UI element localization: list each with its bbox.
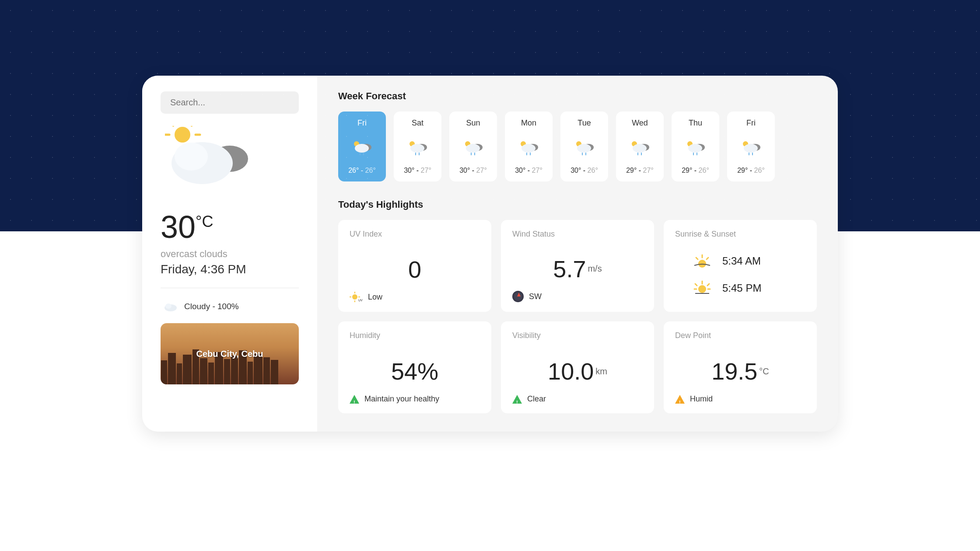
- forecast-day-card[interactable]: Mon 30° - 27°: [505, 112, 553, 181]
- sunset-time: 5:45 PM: [722, 282, 761, 294]
- visibility-status: Clear: [527, 394, 546, 404]
- day-temps: 30° - 26°: [570, 167, 598, 174]
- svg-line-63: [695, 284, 697, 286]
- card-title: Sunrise & Sunset: [675, 230, 805, 239]
- weather-description: overcast clouds: [161, 248, 299, 260]
- day-name: Tue: [578, 119, 591, 128]
- cloud-coverage-row: Cloudy - 100%: [161, 301, 299, 312]
- svg-point-43: [688, 144, 702, 153]
- weather-mini-icon: [406, 139, 430, 156]
- svg-point-8: [175, 143, 208, 171]
- svg-point-0: [175, 127, 190, 143]
- svg-point-38: [633, 144, 647, 153]
- day-name: Fri: [357, 119, 367, 128]
- dew-status: Humid: [690, 394, 713, 404]
- highlights-title: Today's Highlights: [338, 199, 817, 210]
- temp-unit: °C: [196, 213, 213, 230]
- visibility-card: Visibility 10.0km ! Clear: [501, 321, 654, 413]
- day-name: Sun: [466, 119, 480, 128]
- day-name: Fri: [746, 119, 756, 128]
- svg-point-28: [522, 144, 536, 153]
- uv-status: Low: [368, 293, 382, 302]
- card-title: Wind Status: [512, 230, 643, 239]
- sunset-icon: [693, 280, 712, 296]
- svg-point-48: [744, 144, 758, 153]
- weather-mini-icon: [628, 139, 652, 156]
- city-name: Cebu City, Cebu: [196, 349, 263, 359]
- humidity-value: 54%: [350, 348, 480, 394]
- card-title: Visibility: [512, 331, 643, 340]
- day-temps: 29° - 26°: [682, 167, 709, 174]
- humidity-status: Maintain your healthy: [364, 394, 439, 404]
- forecast-day-card[interactable]: Fri 26° - 26°: [338, 112, 386, 181]
- uv-index-card: UV Index 0 UV Low: [338, 220, 491, 312]
- day-temps: 30° - 27°: [404, 167, 431, 174]
- highlights-grid: UV Index 0 UV Low Wind Status 5.7m/s: [338, 220, 817, 413]
- uv-value: 0: [350, 247, 480, 292]
- day-temps: 26° - 26°: [348, 167, 376, 174]
- dew-value: 19.5°C: [675, 348, 805, 394]
- sunrise-icon: [693, 253, 712, 269]
- compass-icon: [512, 291, 524, 302]
- card-title: Humidity: [350, 331, 480, 340]
- svg-point-13: [355, 144, 369, 153]
- card-title: Dew Point: [675, 331, 805, 340]
- sunrise-row: 5:34 AM: [693, 253, 805, 269]
- current-datetime: Friday, 4:36 PM: [161, 262, 299, 276]
- forecast-row: Fri 26° - 26° Sat 30° - 27° Sun 30° - 2: [338, 112, 817, 181]
- sunrise-time: 5:34 AM: [722, 255, 761, 267]
- day-name: Sat: [412, 119, 424, 128]
- wind-status-card: Wind Status 5.7m/s SW: [501, 220, 654, 312]
- weather-mini-icon: [517, 139, 541, 156]
- day-temps: 30° - 27°: [515, 167, 542, 174]
- weather-card: 30°C overcast clouds Friday, 4:36 PM Clo…: [142, 76, 838, 432]
- cloud-label: Cloudy - 100%: [184, 302, 239, 311]
- main-panel: Week Forecast Fri 26° - 26° Sat 30° - 27…: [317, 76, 838, 432]
- day-name: Mon: [521, 119, 536, 128]
- uv-icon: UV: [350, 292, 363, 302]
- temp-value: 30: [161, 209, 196, 244]
- svg-point-23: [466, 144, 480, 153]
- card-title: UV Index: [350, 230, 480, 239]
- city-card[interactable]: Cebu City, Cebu: [161, 323, 299, 384]
- forecast-day-card[interactable]: Sun 30° - 27°: [449, 112, 497, 181]
- weather-mini-icon: [684, 139, 707, 156]
- svg-line-64: [707, 284, 709, 286]
- svg-point-18: [410, 144, 424, 153]
- day-name: Thu: [689, 119, 702, 128]
- weather-mini-icon: [739, 139, 763, 156]
- weather-mini-icon: [462, 139, 485, 156]
- day-name: Wed: [632, 119, 648, 128]
- weather-mini-icon: [350, 139, 374, 156]
- svg-point-33: [577, 144, 591, 153]
- svg-point-10: [165, 303, 172, 309]
- current-temperature: 30°C: [161, 209, 299, 245]
- svg-point-51: [352, 294, 357, 300]
- day-temps: 29° - 26°: [737, 167, 765, 174]
- humidity-card: Humidity 54% ! Maintain your healthy: [338, 321, 491, 413]
- day-temps: 29° - 27°: [626, 167, 654, 174]
- dew-point-card: Dew Point 19.5°C ! Humid: [664, 321, 817, 413]
- svg-line-60: [707, 258, 708, 259]
- visibility-value: 10.0km: [512, 348, 643, 394]
- wind-direction: SW: [529, 292, 542, 301]
- alert-icon: !: [675, 395, 685, 404]
- search-input[interactable]: [161, 91, 299, 114]
- wind-value: 5.7m/s: [512, 247, 643, 291]
- forecast-day-card[interactable]: Fri 29° - 26°: [727, 112, 775, 181]
- sunrise-sunset-card: Sunrise & Sunset 5:34 AM: [664, 220, 817, 312]
- divider: [161, 288, 299, 288]
- forecast-day-card[interactable]: Sat 30° - 27°: [394, 112, 441, 181]
- svg-text:UV: UV: [358, 299, 363, 302]
- cloud-icon: [163, 301, 178, 312]
- sunset-row: 5:45 PM: [693, 280, 805, 296]
- forecast-day-card[interactable]: Thu 29° - 26°: [672, 112, 719, 181]
- alert-icon: !: [512, 395, 522, 404]
- forecast-day-card[interactable]: Wed 29° - 27°: [616, 112, 664, 181]
- forecast-day-card[interactable]: Tue 30° - 26°: [560, 112, 608, 181]
- forecast-title: Week Forecast: [338, 91, 817, 102]
- alert-icon: !: [350, 395, 359, 404]
- svg-point-61: [698, 285, 706, 293]
- weather-hero-icon: [165, 126, 261, 192]
- day-temps: 30° - 27°: [459, 167, 487, 174]
